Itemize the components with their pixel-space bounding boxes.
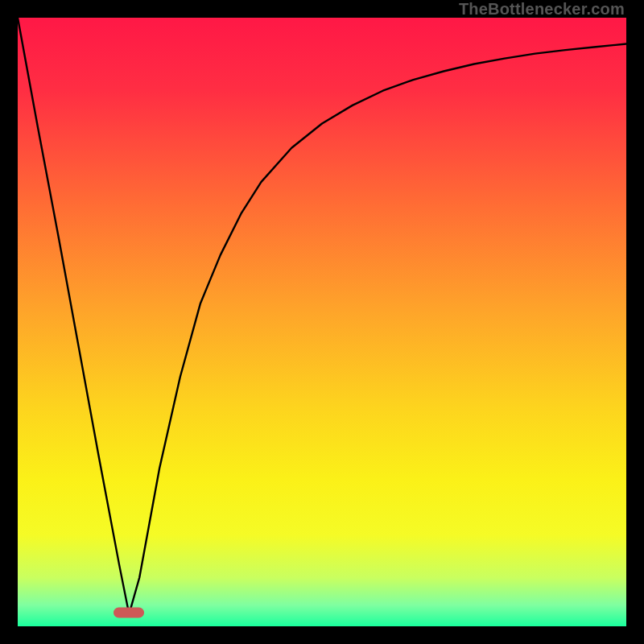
chart-plot-area (18, 18, 626, 626)
chart-border-left (0, 0, 18, 644)
watermark-text: TheBottlenecker.com (459, 0, 625, 18)
chart-minimum-marker (114, 607, 144, 617)
chart-border-bottom (0, 626, 644, 644)
chart-line (18, 18, 626, 626)
chart-border-right (626, 0, 644, 644)
